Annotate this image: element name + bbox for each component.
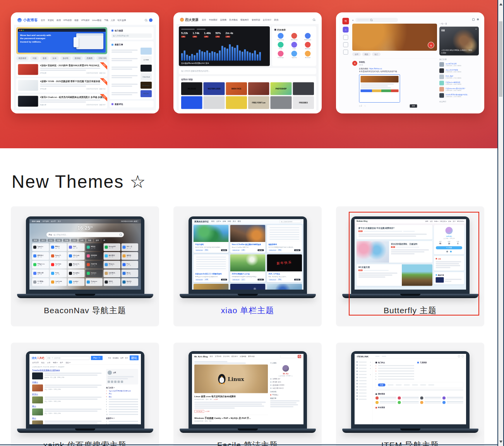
filter-pill: 精选推荐 [16, 56, 29, 60]
xo-cat-pill: 随笔 [277, 279, 282, 281]
theme-label-beaconnav[interactable]: BeaconNav 导航主题 [11, 305, 159, 316]
bar [244, 50, 246, 61]
bn-tile-sub: ★0 · 23 [108, 256, 115, 258]
slide-phone-graphic [74, 37, 79, 47]
like-icon: ♡ [364, 105, 366, 107]
bn-tile-name: 网站商店 [108, 254, 115, 256]
bn-tab: 设计 [40, 239, 46, 242]
mock-b-nav-item: 其他 [274, 18, 278, 21]
fc-post1-title: Linux 使用 cron 每天定时执行命令或脚本 [194, 395, 268, 398]
post-embedded-screenshot [359, 74, 400, 103]
xk-comment-item: 2 [106, 423, 138, 425]
article-meta: VPS推荐2025年01月02日 · 阅读 154 [40, 88, 106, 90]
hot-item-meta: 6 REPLIES , 2082 VIEWS [446, 71, 479, 73]
hot-item-meta: 3 REPLIES , 2638 VIEWS [446, 84, 479, 85]
reco-item: Illustrator [302, 51, 314, 58]
comment-count: ◻ 2 [359, 105, 362, 107]
it-sidebar-item [356, 385, 371, 388]
hot-list: wps激活专业版3 REPLIES , 2435 VIEWS sftp上传文件限… [439, 62, 479, 98]
recent-item-text [111, 49, 139, 53]
xk-hot-rank: 3 [106, 396, 108, 398]
bn-link-tile: VS-Code★0 · 23 [68, 252, 85, 260]
bar [234, 48, 236, 61]
visits-bar-chart [181, 41, 267, 61]
it-site-icon [420, 401, 423, 404]
it-sidebar-item [356, 379, 371, 382]
xk-hot-rank: 1 [106, 390, 108, 392]
resource-thumbnail: 50LOGOS [181, 82, 202, 95]
laptop-mockup: 某某的生活印记 首页分类 ▾友链归档关于留言 输入关键字搜索吧 半生忙碌时 50… [189, 216, 307, 298]
it-hot-sites: 热门站点 1 2 3 4 5 [375, 360, 414, 380]
xo-art-text [194, 284, 229, 290]
bn-link-tile: SnapAny★0 · 23 [68, 269, 85, 277]
scroll-down-arrow-icon[interactable] [499, 441, 502, 443]
xk-hot-item: 6 [106, 403, 138, 405]
xk-hot-text: 黄山 [109, 393, 112, 395]
theme-card-beaconnav[interactable]: 考车工具箱 卡片导航设计库关于 2025年01月08日 星期三 16:2531 … [11, 206, 159, 326]
filter-pill: 香港 [40, 56, 49, 60]
hot-item-meta: 4 REPLIES , 1578 VIEWS [446, 96, 479, 98]
it-hot-bar [378, 368, 414, 369]
dot-green-icon [23, 30, 24, 31]
xo-date-pill: 2025-06-28 [195, 279, 204, 281]
it-site-icon [442, 401, 445, 404]
xo-more-button: MORE [221, 279, 227, 281]
stat-value: 50% [216, 31, 221, 34]
theme-card-facile[interactable]: Mr. Ke's Blog 首页文章归档关于本站留言评论友情链接赞助支持 Lin… [173, 343, 322, 446]
laptop-base [180, 294, 316, 298]
sidebar-card-title: 动力搜索 [111, 29, 152, 32]
search-icon [370, 19, 372, 21]
quote-card: 08 ✦ 人生的路不是每天都顺风, 认清自己 了解自己就好 [439, 27, 479, 56]
forum-tabs: 全部最新热门 [352, 53, 437, 56]
xo-post-card: 升级typecho到1.2.1 主题兼容修复 整理typecho升级后的主题修复… [194, 254, 229, 282]
theme-card-xiao[interactable]: 某某的生活印记 首页分类 ▾友链归档关于留言 输入关键字搜索吧 半生忙碌时 50… [173, 206, 322, 326]
hero-banner: 小夜博客 首页资源站微博VPS推荐相册VPS测评Linux教程下载八卦站长故事 [0, 0, 498, 148]
banner-badge: π [428, 42, 434, 48]
it-site-icon [375, 396, 379, 400]
theme-label-xiao[interactable]: xiao 单栏主题 [173, 305, 322, 316]
mock-a-nav-item: 下载 [104, 19, 108, 22]
bn-search-placeholder: 输入搜索关键词... [53, 233, 118, 236]
xk-hot-rank: 4 [106, 398, 108, 400]
xo-art-text: 新年快乐 [267, 254, 302, 273]
bn-tile-icon [69, 263, 72, 266]
bn-tile-sub: ★0 · 23 [108, 265, 115, 266]
scroll-up-arrow-icon[interactable] [499, 3, 502, 5]
quote-text: 人生的路不是每天都顺风, 认清自己 了解自己就好 [441, 49, 473, 54]
xk-comment-rank: 2 [106, 423, 108, 425]
laptop-base [180, 429, 316, 433]
xk-top-link: 登录 [108, 357, 111, 359]
scrollbar[interactable] [497, 0, 504, 446]
xk-hot-item: 9 [106, 411, 138, 413]
scrollbar-thumb[interactable] [499, 21, 502, 97]
bn-tile-sub: ★0 · 23 [37, 265, 44, 266]
mock-a-article-list: #活动# 恒创科技 - 2025跨年 香港50M大带宽VPS 年付296元 VP… [16, 62, 107, 108]
xk-result: 丹霞山 河山 · 写评论 · 1974人浏览 [32, 381, 103, 391]
resource-thumbnail [226, 96, 247, 109]
theme-card-xaink[interactable]: 消失工具吧 搜索一下, 你就知道 搜索一下 登录保存网址设置关于 建站 全部文章… [11, 343, 159, 446]
xaink-mock: 消失工具吧 搜索一下, 你就知道 搜索一下 登录保存网址设置关于 建站 全部文章… [29, 354, 141, 424]
dashboard-topbar [181, 29, 267, 30]
reco-circle-icon [291, 42, 297, 48]
rail-icon [343, 42, 348, 47]
xo-post-image [267, 284, 302, 290]
dot-yellow-icon [21, 30, 22, 31]
recent-item-text [111, 57, 139, 62]
bn-link-tile: 网站商店★0 · 23 [103, 252, 120, 260]
bar [249, 53, 251, 61]
avatar [149, 19, 153, 22]
hot-item-title: sftp上传文件限制 [446, 69, 479, 71]
hot-item: 2024年度我的数码购物平价指..4 REPLIES , 1578 VIEWS [439, 93, 479, 98]
xk-logo: 消失工具吧 [32, 356, 45, 360]
hot-item-thumb [439, 69, 444, 73]
fc-main-col: Linux Linux 使用 cron 每天定时执行命令或脚本 2024年8月1… [194, 361, 268, 422]
theme-card-item[interactable]: ITEMLINK ▾ ▾ ▾ ▾ [336, 343, 484, 446]
article-card: #资讯# Chalk.ist - 程序员代码截图美化成漂亮图片 多风格 多颜色 … [16, 94, 107, 108]
forum-banner: π [352, 24, 437, 51]
xo-nav-item: 分类 ▾ [216, 220, 221, 223]
bn-topnav-item: 设计库 [51, 220, 56, 223]
fc-profile-sub: 人生如逆旅, 我亦是行人. [270, 375, 301, 377]
resource-thumbnail: SKRA FACE [226, 82, 247, 95]
bn-tile-icon [33, 263, 36, 266]
article-text: #活动# 恒创科技 - 2025跨年 香港50M大带宽VPS 年付296元 VP… [40, 64, 106, 75]
